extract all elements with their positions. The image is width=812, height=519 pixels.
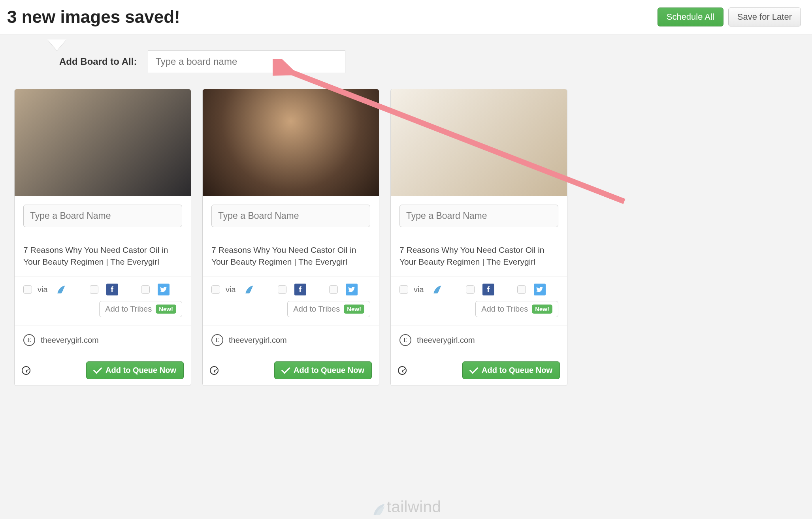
twitter-checkbox[interactable] bbox=[329, 285, 338, 294]
header-bar: 3 new images saved! Schedule All Save fo… bbox=[0, 0, 812, 34]
source-row: E theeverygirl.com bbox=[391, 325, 567, 355]
new-badge: New! bbox=[344, 305, 364, 314]
twitter-checkbox[interactable] bbox=[517, 285, 526, 294]
source-avatar-icon: E bbox=[211, 334, 223, 346]
share-row: via f bbox=[203, 276, 379, 295]
schedule-all-button[interactable]: Schedule All bbox=[658, 8, 723, 26]
dropdown-pointer-icon bbox=[47, 39, 66, 51]
board-name-input[interactable] bbox=[23, 205, 182, 227]
tailwind-watermark-text: tailwind bbox=[387, 498, 441, 516]
new-badge: New! bbox=[156, 305, 176, 314]
card-footer: Add to Queue Now bbox=[203, 355, 379, 385]
facebook-checkbox[interactable] bbox=[466, 285, 475, 294]
cards-container: 7 Reasons Why You Need Castor Oil in You… bbox=[0, 89, 812, 386]
clock-icon[interactable] bbox=[398, 366, 407, 375]
add-board-to-all-input[interactable] bbox=[148, 50, 345, 73]
pin-image[interactable] bbox=[391, 89, 567, 196]
source-row: E theeverygirl.com bbox=[15, 325, 191, 355]
via-label: via bbox=[414, 285, 424, 294]
board-name-input[interactable] bbox=[399, 205, 558, 227]
add-to-tribes-label: Add to Tribes bbox=[105, 305, 152, 314]
pin-description[interactable]: 7 Reasons Why You Need Castor Oil in You… bbox=[203, 236, 379, 276]
source-avatar-icon: E bbox=[399, 334, 411, 346]
clock-icon[interactable] bbox=[22, 366, 30, 375]
source-domain: theeverygirl.com bbox=[417, 336, 475, 345]
tailwind-icon bbox=[244, 284, 255, 295]
tailwind-icon bbox=[56, 284, 67, 295]
pin-description[interactable]: 7 Reasons Why You Need Castor Oil in You… bbox=[15, 236, 191, 276]
add-to-tribes-button[interactable]: Add to Tribes New! bbox=[475, 301, 558, 317]
facebook-icon: f bbox=[482, 284, 494, 295]
add-to-tribes-button[interactable]: Add to Tribes New! bbox=[99, 301, 182, 317]
facebook-checkbox[interactable] bbox=[278, 285, 286, 294]
source-avatar-icon: E bbox=[23, 334, 35, 346]
card-footer: Add to Queue Now bbox=[15, 355, 191, 385]
via-checkbox[interactable] bbox=[23, 285, 32, 294]
add-to-queue-button[interactable]: Add to Queue Now bbox=[86, 361, 184, 379]
pin-image[interactable] bbox=[203, 89, 379, 196]
card-footer: Add to Queue Now bbox=[391, 355, 567, 385]
add-to-tribes-label: Add to Tribes bbox=[293, 305, 340, 314]
tailwind-logo-icon bbox=[371, 502, 382, 513]
twitter-icon bbox=[534, 284, 546, 295]
tailwind-watermark: tailwind bbox=[371, 498, 441, 516]
pin-card: 7 Reasons Why You Need Castor Oil in You… bbox=[202, 89, 379, 386]
check-icon bbox=[93, 365, 102, 374]
check-icon bbox=[469, 365, 479, 374]
facebook-icon: f bbox=[106, 284, 118, 295]
board-name-input[interactable] bbox=[211, 205, 370, 227]
pin-card: 7 Reasons Why You Need Castor Oil in You… bbox=[14, 89, 191, 386]
add-to-queue-button[interactable]: Add to Queue Now bbox=[462, 361, 560, 379]
add-board-to-all-row: Add Board to All: bbox=[0, 34, 812, 89]
via-checkbox[interactable] bbox=[211, 285, 220, 294]
add-to-tribes-button[interactable]: Add to Tribes New! bbox=[287, 301, 370, 317]
share-row: via f bbox=[391, 276, 567, 295]
source-domain: theeverygirl.com bbox=[41, 336, 99, 345]
pin-card: 7 Reasons Why You Need Castor Oil in You… bbox=[390, 89, 567, 386]
facebook-icon: f bbox=[294, 284, 306, 295]
clock-icon[interactable] bbox=[210, 366, 219, 375]
twitter-icon bbox=[346, 284, 358, 295]
tailwind-icon bbox=[432, 284, 443, 295]
add-board-label: Add Board to All: bbox=[59, 56, 137, 67]
save-for-later-button[interactable]: Save for Later bbox=[728, 8, 801, 26]
source-row: E theeverygirl.com bbox=[203, 325, 379, 355]
share-row: via f bbox=[15, 276, 191, 295]
page-title: 3 new images saved! bbox=[7, 7, 180, 27]
add-to-queue-button[interactable]: Add to Queue Now bbox=[274, 361, 372, 379]
add-to-queue-label: Add to Queue Now bbox=[482, 366, 552, 375]
add-to-queue-label: Add to Queue Now bbox=[106, 366, 176, 375]
via-checkbox[interactable] bbox=[399, 285, 408, 294]
add-to-tribes-label: Add to Tribes bbox=[481, 305, 528, 314]
twitter-checkbox[interactable] bbox=[141, 285, 150, 294]
via-label: via bbox=[226, 285, 236, 294]
via-label: via bbox=[38, 285, 48, 294]
pin-description[interactable]: 7 Reasons Why You Need Castor Oil in You… bbox=[391, 236, 567, 276]
pin-image[interactable] bbox=[15, 89, 191, 196]
twitter-icon bbox=[158, 284, 170, 295]
add-to-queue-label: Add to Queue Now bbox=[294, 366, 364, 375]
new-badge: New! bbox=[532, 305, 552, 314]
check-icon bbox=[281, 365, 290, 374]
source-domain: theeverygirl.com bbox=[229, 336, 287, 345]
facebook-checkbox[interactable] bbox=[90, 285, 98, 294]
header-actions: Schedule All Save for Later bbox=[658, 8, 801, 26]
